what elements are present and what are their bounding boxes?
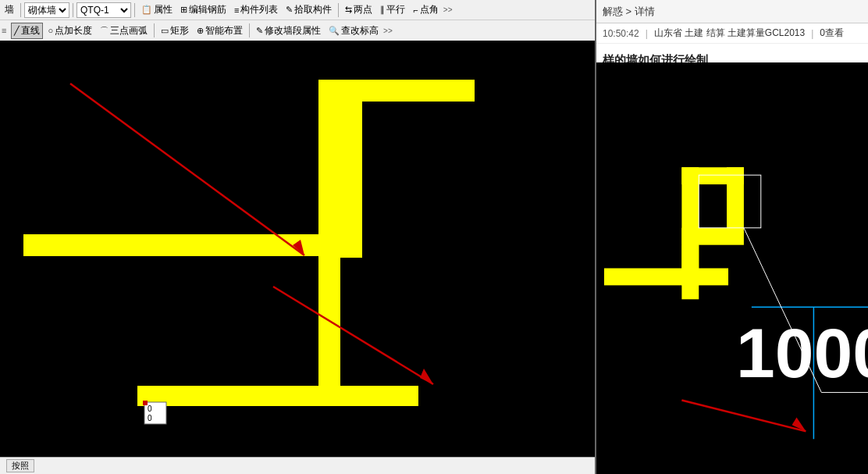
toolbar-more-1[interactable]: >> xyxy=(443,5,453,14)
svg-rect-20 xyxy=(604,269,728,286)
add-length-icon: ○ xyxy=(48,26,53,35)
modify-wall-icon: ✎ xyxy=(256,26,263,36)
two-point-icon: ⇆ xyxy=(345,5,352,15)
rebar-icon: ⊞ xyxy=(180,5,187,15)
svg-rect-2 xyxy=(318,80,340,259)
right-panel-canvas: 1000 xyxy=(596,62,868,474)
sep3 xyxy=(134,3,135,17)
svg-rect-19 xyxy=(681,228,744,245)
meta-time: 10:50:42 xyxy=(603,28,639,39)
cad-main-area: 0 0 按照 xyxy=(0,41,595,474)
sep1 xyxy=(20,3,21,17)
two-point-button[interactable]: ⇆ 两点 xyxy=(342,2,375,18)
sep6 xyxy=(249,23,250,37)
change-elevation-button[interactable]: 🔍 查改标高 xyxy=(326,23,382,39)
svg-text:0: 0 xyxy=(148,414,152,422)
back-label: ≡ xyxy=(2,26,6,35)
properties-button[interactable]: 📋 属性 xyxy=(138,2,176,18)
meta-sep2: | xyxy=(811,28,813,39)
svg-rect-5 xyxy=(137,386,418,406)
sep5 xyxy=(154,23,155,37)
elevation-icon: 🔍 xyxy=(329,26,340,36)
rect-icon: ▭ xyxy=(161,26,169,36)
smart-layout-icon: ⊕ xyxy=(197,26,204,36)
sep2 xyxy=(73,3,73,17)
modify-wall-button[interactable]: ✎ 修改墙段属性 xyxy=(253,23,324,39)
input-button[interactable]: 按照 xyxy=(6,459,34,472)
svg-rect-3 xyxy=(318,80,475,102)
component-list-button[interactable]: ≡ 构件列表 xyxy=(231,2,281,18)
parallel-button[interactable]: ∥ 平行 xyxy=(377,2,408,18)
svg-rect-21 xyxy=(681,245,699,286)
straight-button[interactable]: ╱ 直线 xyxy=(11,23,43,39)
svg-text:0: 0 xyxy=(148,405,152,413)
wall-type-select[interactable]: 砌体墙 xyxy=(24,2,69,18)
parallel-icon: ∥ xyxy=(380,5,385,15)
right-panel-header: 解惑 > 详情 xyxy=(596,0,868,23)
pick-icon: ✎ xyxy=(286,5,293,15)
add-length-button[interactable]: ○ 点加长度 xyxy=(44,23,95,39)
svg-rect-6 xyxy=(318,256,340,389)
meta-views: 0查看 xyxy=(820,27,844,40)
svg-rect-0 xyxy=(0,41,595,474)
right-panel-breadcrumb: 解惑 > 详情 xyxy=(603,5,655,19)
pick-component-button[interactable]: ✎ 拾取构件 xyxy=(283,2,335,18)
meta-location: 山东省 土建 结算 土建算量GCL2013 xyxy=(654,27,805,40)
status-bar: 按照 xyxy=(0,457,595,474)
corner-icon: ⌐ xyxy=(413,5,418,15)
right-panel-meta: 10:50:42 | 山东省 土建 结算 土建算量GCL2013 | 0查看 xyxy=(596,23,868,44)
smart-layout-button[interactable]: ⊕ 智能布置 xyxy=(194,23,246,39)
rect-button[interactable]: ▭ 矩形 xyxy=(158,23,192,39)
straight-icon: ╱ xyxy=(14,26,20,36)
right-panel: 解惑 > 详情 10:50:42 | 山东省 土建 结算 土建算量GCL2013… xyxy=(595,0,868,474)
svg-rect-4 xyxy=(340,102,362,258)
edit-rebar-button[interactable]: ⊞ 编辑钢筋 xyxy=(177,2,229,18)
arc-icon: ⌒ xyxy=(100,25,108,37)
svg-text:1000: 1000 xyxy=(736,314,868,392)
wall-label: 墙 xyxy=(2,2,17,17)
toolbar-more-2[interactable]: >> xyxy=(383,27,393,35)
sep4 xyxy=(338,3,339,17)
cad-canvas[interactable]: 0 0 xyxy=(0,41,595,474)
list-icon: ≡ xyxy=(234,5,239,15)
svg-rect-1 xyxy=(23,234,320,256)
svg-rect-17 xyxy=(727,167,744,230)
wall-id-select[interactable]: QTQ-1 xyxy=(76,2,131,18)
meta-sep1: | xyxy=(646,28,648,39)
three-arc-button[interactable]: ⌒ 三点画弧 xyxy=(97,23,151,39)
corner-button[interactable]: ⌐ 点角 xyxy=(410,2,441,18)
svg-rect-14 xyxy=(143,401,148,405)
properties-icon: 📋 xyxy=(141,5,152,15)
